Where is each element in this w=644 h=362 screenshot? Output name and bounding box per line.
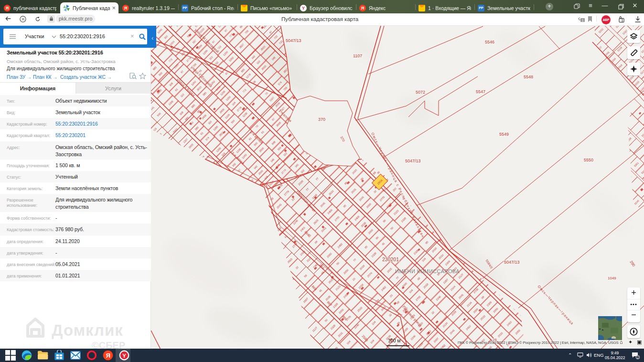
svg-text:5550: 5550	[584, 158, 593, 162]
svg-text:5549: 5549	[499, 132, 509, 137]
svg-text:5072: 5072	[416, 90, 425, 95]
svg-text:5546: 5546	[485, 40, 494, 44]
svg-text:ИМЕНИ КОМИССАРОВА: ИМЕНИ КОМИССАРОВА	[395, 268, 460, 274]
svg-text:230201: 230201	[382, 256, 399, 262]
svg-text:1107: 1107	[353, 53, 362, 58]
svg-text:5548: 5548	[524, 75, 533, 79]
svg-text:5047/13: 5047/13	[286, 38, 301, 43]
svg-text:Y: Y	[122, 352, 126, 359]
svg-text:370: 370	[318, 117, 325, 122]
svg-text:5047/13: 5047/13	[504, 260, 520, 265]
svg-text:1: 1	[582, 19, 584, 22]
svg-text:5547: 5547	[476, 89, 485, 94]
svg-text:1049: 1049	[608, 276, 616, 280]
svg-text:5047/13: 5047/13	[405, 159, 421, 163]
svg-text:Я: Я	[106, 352, 110, 359]
svg-text:Я: Я	[21, 17, 24, 21]
svg-text:2: 2	[637, 356, 639, 359]
